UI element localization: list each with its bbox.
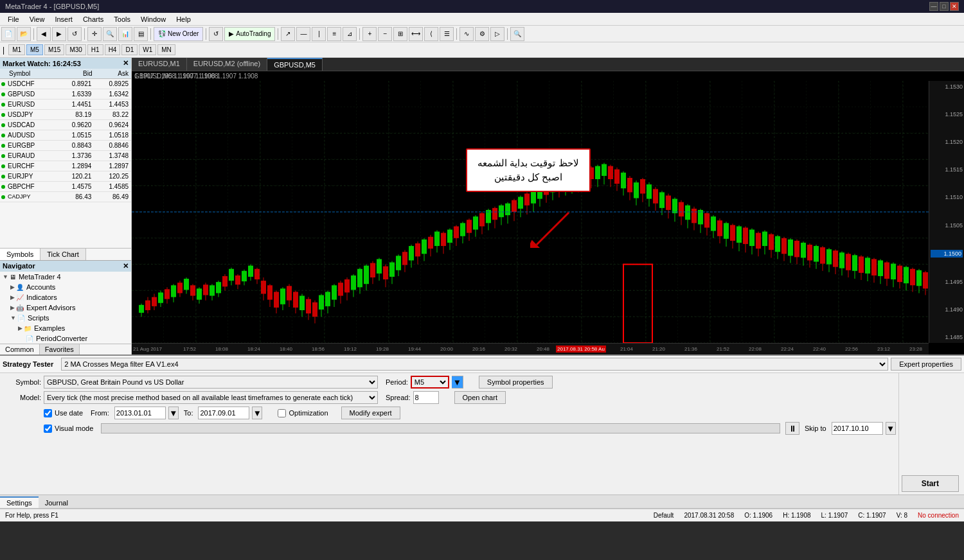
- line-btn[interactable]: ↗: [281, 27, 295, 41]
- list-item[interactable]: AUDUSD1.05151.0518: [0, 130, 131, 141]
- period-select[interactable]: M5: [411, 376, 449, 389]
- list-item[interactable]: EURUSD1.44511.4453: [0, 100, 131, 110]
- market-watch-close-icon[interactable]: ✕: [123, 59, 129, 67]
- tab-journal[interactable]: Journal: [39, 498, 75, 508]
- sidebar-item-accounts[interactable]: ▶ 👤 Accounts: [0, 282, 131, 292]
- period-dropdown-button[interactable]: ▼: [452, 376, 463, 389]
- skip-to-input[interactable]: [832, 422, 883, 435]
- spread-input[interactable]: [413, 391, 439, 404]
- list-item[interactable]: USDJPY83.1983.22: [0, 110, 131, 120]
- restore-button[interactable]: □: [940, 2, 949, 11]
- use-date-checkbox[interactable]: [44, 409, 52, 417]
- skip-to-picker[interactable]: ▼: [886, 422, 896, 435]
- indicator-btn[interactable]: ∿: [460, 27, 474, 41]
- pause-button[interactable]: ⏸: [785, 422, 799, 435]
- bar-btn[interactable]: ▤: [134, 27, 148, 41]
- zoom-in-btn[interactable]: 🔍: [103, 27, 117, 41]
- template-btn[interactable]: ☰: [440, 27, 454, 41]
- to-date-input[interactable]: [198, 407, 249, 419]
- list-item[interactable]: USDCHF0.89210.8925: [0, 79, 131, 89]
- optimization-checkbox[interactable]: [278, 409, 286, 417]
- svg-rect-183: [647, 184, 652, 198]
- start-button[interactable]: Start: [902, 475, 959, 492]
- forward-btn[interactable]: ▶: [52, 27, 66, 41]
- tab-favorites[interactable]: Favorites: [40, 344, 80, 354]
- period-mn[interactable]: MN: [157, 44, 175, 55]
- period-m15[interactable]: M15: [44, 44, 64, 55]
- model-select[interactable]: Every tick (the most precise method base…: [44, 391, 378, 404]
- period-h1[interactable]: H1: [87, 44, 103, 55]
- menu-tools[interactable]: Tools: [109, 14, 136, 24]
- list-item[interactable]: EURJPY120.21120.25: [0, 171, 131, 182]
- tab-tick-chart[interactable]: Tick Chart: [40, 249, 86, 260]
- menu-file[interactable]: File: [3, 14, 24, 24]
- refresh-btn[interactable]: ↺: [67, 27, 82, 41]
- status-volume: V: 8: [897, 512, 907, 519]
- menu-charts[interactable]: Charts: [78, 14, 109, 24]
- from-date-input[interactable]: [114, 407, 166, 419]
- new-order-button[interactable]: 💱 New Order: [154, 27, 203, 41]
- expert-properties-button[interactable]: Expert properties: [891, 358, 961, 371]
- fib-btn[interactable]: ≡: [327, 27, 341, 41]
- menu-insert[interactable]: Insert: [49, 14, 78, 24]
- symbol-select[interactable]: GBPUSD, Great Britain Pound vs US Dollar: [44, 376, 378, 389]
- sidebar-item-period-converter[interactable]: 📄 PeriodConverter: [0, 333, 131, 344]
- open-btn[interactable]: 📂: [17, 27, 31, 41]
- period-m1[interactable]: M1: [8, 44, 25, 55]
- visual-mode-checkbox[interactable]: [44, 424, 52, 433]
- modify-expert-button[interactable]: Modify expert: [341, 407, 400, 419]
- period-m5[interactable]: M5: [26, 44, 43, 55]
- expert-btn[interactable]: ⚙: [475, 27, 489, 41]
- grid-btn[interactable]: ⊞: [393, 27, 407, 41]
- sidebar-item-examples[interactable]: ▶ 📁 Examples: [0, 323, 131, 333]
- tab-common[interactable]: Common: [0, 344, 40, 354]
- tab-gbpusd-m5[interactable]: GBPUSD,M5: [267, 58, 323, 71]
- autotrading-button[interactable]: ▶ AutoTrading: [224, 27, 275, 41]
- period-w1[interactable]: W1: [139, 44, 156, 55]
- close-button[interactable]: ✕: [950, 2, 959, 11]
- back-btn[interactable]: ◀: [37, 27, 51, 41]
- period-d1[interactable]: D1: [121, 44, 138, 55]
- sidebar-item-indicators[interactable]: ▶ 📈 Indicators: [0, 292, 131, 302]
- tab-eurusd-m2[interactable]: EURUSD,M2 (offline): [187, 58, 267, 71]
- new-btn[interactable]: 📄: [1, 27, 15, 41]
- sidebar-item-scripts[interactable]: ▼ 📄 Scripts: [0, 313, 131, 323]
- menu-view[interactable]: View: [24, 14, 50, 24]
- chart-container[interactable]: 1.1907 1.1908 1.1907 1.1908 GBPUSD,M5 1.…: [132, 71, 964, 354]
- list-item[interactable]: GBPUSD1.63391.6342: [0, 89, 131, 100]
- from-date-picker[interactable]: ▼: [168, 407, 179, 419]
- tab-eurusd-m1[interactable]: EURUSD,M1: [132, 58, 187, 71]
- nav-metatrader4[interactable]: ▼ 🖥 MetaTrader 4: [0, 272, 131, 282]
- search-btn[interactable]: 🔍: [510, 27, 524, 41]
- menu-window[interactable]: Window: [136, 14, 171, 24]
- navigator-close-icon[interactable]: ✕: [123, 262, 129, 270]
- script-btn[interactable]: ▷: [490, 27, 504, 41]
- channel-btn[interactable]: ⊿: [343, 27, 357, 41]
- expert-advisor-select[interactable]: 2 MA Crosses Mega filter EA V1.ex4: [61, 358, 888, 371]
- chart-btn[interactable]: 📊: [118, 27, 132, 41]
- open-chart-button[interactable]: Open chart: [454, 391, 506, 404]
- list-item[interactable]: EURAUD1.37361.3748: [0, 151, 131, 161]
- to-date-picker[interactable]: ▼: [252, 407, 262, 419]
- scroll-btn[interactable]: ⟷: [409, 27, 423, 41]
- menu-help[interactable]: Help: [171, 14, 196, 24]
- period-sep-btn[interactable]: ⟨: [424, 27, 438, 41]
- hline-btn[interactable]: —: [296, 27, 310, 41]
- sidebar-item-expert-advisors[interactable]: ▶ 🤖 Expert Advisors: [0, 302, 131, 313]
- list-item[interactable]: EURCHF1.28941.2897: [0, 161, 131, 171]
- tab-symbols[interactable]: Symbols: [0, 249, 40, 260]
- symbol-properties-button[interactable]: Symbol properties: [479, 376, 553, 389]
- period-m30[interactable]: M30: [66, 44, 85, 55]
- list-item[interactable]: GBPCHF1.45751.4585: [0, 182, 131, 192]
- vline-btn[interactable]: |: [312, 27, 326, 41]
- refresh2-btn[interactable]: ↺: [209, 27, 223, 41]
- tab-settings[interactable]: Settings: [0, 496, 39, 508]
- list-item[interactable]: EURGBP0.88430.8846: [0, 141, 131, 151]
- period-h4[interactable]: H4: [105, 44, 121, 55]
- list-item[interactable]: CADJPY86.4386.49: [0, 192, 131, 202]
- crosshair-btn[interactable]: ✛: [87, 27, 102, 41]
- zoom-in2-btn[interactable]: +: [362, 27, 377, 41]
- list-item[interactable]: USDCAD0.96200.9624: [0, 120, 131, 130]
- zoom-out-btn[interactable]: −: [378, 27, 392, 41]
- minimize-button[interactable]: —: [929, 2, 938, 11]
